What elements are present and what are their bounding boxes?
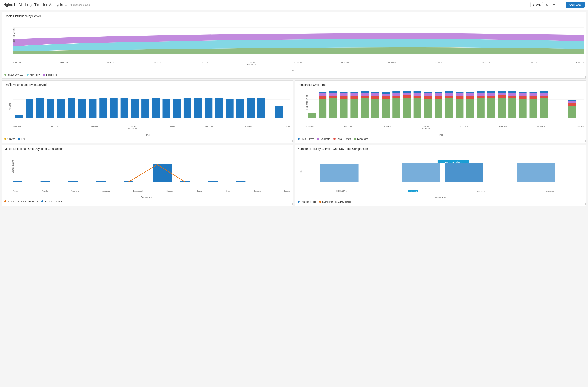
hits-by-server-legend: Number of Hits Number of Hits 1 Day befo… (297, 201, 584, 203)
traffic-volume-legend: GBytes Hits (4, 138, 291, 140)
legend-item-redirects: Redirects (317, 138, 330, 140)
legend-dot-gbytes (4, 138, 6, 140)
svg-rect-86 (414, 98, 421, 118)
legend-label-gbytes: GBytes (7, 138, 15, 140)
svg-rect-104 (456, 94, 463, 96)
responses-over-time-chart: 0 500 1,000 1,500 (306, 88, 584, 125)
svg-rect-40 (275, 106, 283, 118)
svg-rect-57 (329, 91, 337, 93)
legend-item-gbytes: GBytes (4, 138, 15, 140)
svg-rect-38 (247, 98, 254, 118)
svg-rect-128 (519, 93, 527, 96)
responses-over-time-title: Responses Over Time (297, 83, 584, 86)
svg-rect-63 (350, 96, 358, 99)
hits-by-server-resize[interactable] (584, 203, 586, 205)
nginx-dev-selected-label: nginx-dev (408, 190, 418, 193)
traffic-volume-title: Traffic Volume and Bytes Served (4, 83, 291, 86)
traffic-distribution-legend: 34.238.197.190 nginx-dev nginx-prod (4, 74, 584, 76)
svg-rect-96 (435, 93, 442, 96)
traffic-volume-chart-wrapper: Volume 0 500 1,000 1,500 (13, 88, 291, 130)
svg-rect-117 (487, 91, 495, 93)
responses-resize[interactable] (584, 140, 586, 142)
svg-rect-78 (393, 98, 400, 118)
row-3: Visitor Locations - One Day Time Compari… (2, 144, 586, 206)
time-range-picker[interactable]: ● -24h (530, 2, 543, 7)
svg-rect-108 (466, 93, 474, 96)
share-icon[interactable]: ➦ (65, 3, 67, 7)
svg-rect-90 (424, 99, 432, 118)
svg-rect-24 (99, 98, 107, 118)
svg-rect-101 (445, 91, 453, 93)
legend-dot-hits (18, 138, 20, 140)
svg-rect-71 (372, 96, 379, 99)
legend-dot-server-errors (334, 138, 336, 140)
legend-dot-1day-before (4, 200, 6, 202)
traffic-distribution-y-label: Requests Count (13, 29, 15, 44)
svg-rect-91 (424, 96, 432, 99)
legend-label-hits-1day: Number of Hits 1 Day before (322, 201, 351, 203)
legend-item-client-errors: Client_Errors (297, 138, 314, 140)
svg-rect-115 (487, 96, 495, 98)
traffic-volume-resize[interactable] (291, 140, 293, 142)
svg-rect-39 (257, 98, 265, 118)
svg-rect-55 (329, 96, 337, 98)
legend-dot-num-hits (297, 201, 300, 203)
svg-rect-60 (340, 93, 348, 96)
legend-label-num-hits: Number of Hits (301, 201, 316, 203)
svg-rect-25 (110, 98, 118, 118)
legend-dot-successes (354, 138, 356, 140)
svg-rect-49 (308, 113, 316, 118)
svg-rect-140 (568, 101, 576, 103)
svg-text:nginx-dev: nginx-dev (444, 161, 462, 163)
svg-rect-110 (477, 98, 484, 118)
hits-by-server-chart: 0 5,000 10k nginx-dev (306, 152, 584, 190)
legend-label-client-errors: Client_Errors (301, 138, 314, 140)
traffic-volume-x-label: Time (4, 134, 291, 136)
svg-rect-33 (194, 98, 202, 118)
legend-item-nginx-dev: nginx-dev (27, 74, 40, 76)
hits-by-server-x-ticks: 34.238.197.190 nginx-dev nginx-dev nginx… (306, 190, 584, 193)
add-panel-button[interactable]: Add Panel (566, 2, 585, 8)
svg-rect-70 (372, 99, 379, 118)
svg-rect-130 (530, 99, 537, 118)
svg-rect-141 (568, 100, 576, 101)
svg-rect-93 (424, 92, 432, 94)
visitor-locations-y-label: Visitors Count (12, 160, 14, 173)
more-options-button[interactable]: ⋮ (559, 2, 564, 8)
visitor-locations-title: Visitor Locations - One Day Time Compari… (4, 147, 291, 151)
legend-item-nginx-prod: nginx-prod (43, 74, 57, 76)
svg-rect-68 (361, 93, 369, 96)
header-right: ● -24h ↻ ▼ ⋮ Add Panel (530, 2, 585, 8)
panel-resize-handle[interactable] (584, 76, 586, 78)
responses-chart-wrapper: Requests Count 0 500 1,000 1,500 (306, 88, 584, 130)
svg-rect-85 (403, 91, 411, 93)
svg-rect-111 (477, 96, 484, 98)
legend-label-visitors-loc: Visitors Locations (44, 200, 62, 203)
svg-rect-122 (508, 98, 516, 118)
traffic-distribution-x-ticks: 02:00 PM 04:00 PM 06:00 PM 08:00 PM 10:0… (13, 61, 584, 65)
svg-rect-61 (340, 92, 348, 93)
svg-rect-66 (361, 98, 369, 118)
svg-rect-118 (498, 98, 505, 118)
svg-rect-120 (498, 93, 505, 95)
svg-rect-127 (519, 96, 527, 99)
visitor-locations-resize[interactable] (291, 203, 293, 205)
svg-rect-72 (372, 93, 379, 96)
responses-legend: Client_Errors Redirects Server_Errors Su… (297, 138, 584, 140)
svg-rect-18 (36, 98, 44, 118)
traffic-distribution-title: Traffic Distribution by Server (4, 14, 584, 18)
refresh-button[interactable]: ↻ (545, 2, 549, 8)
svg-rect-69 (361, 91, 369, 93)
svg-rect-65 (350, 92, 358, 94)
legend-dot-nginx-prod (43, 74, 45, 76)
svg-rect-64 (350, 94, 358, 96)
responses-over-time-panel: Responses Over Time Requests Count 0 500… (295, 80, 586, 143)
legend-dot-hits-1day (319, 201, 321, 203)
svg-rect-126 (519, 99, 527, 118)
svg-rect-53 (319, 92, 326, 94)
svg-rect-106 (466, 99, 474, 118)
clock-icon: ● (533, 3, 534, 6)
filter-button[interactable]: ▼ (551, 2, 556, 8)
svg-rect-114 (487, 98, 495, 118)
legend-item-server-errors: Server_Errors (334, 138, 351, 140)
